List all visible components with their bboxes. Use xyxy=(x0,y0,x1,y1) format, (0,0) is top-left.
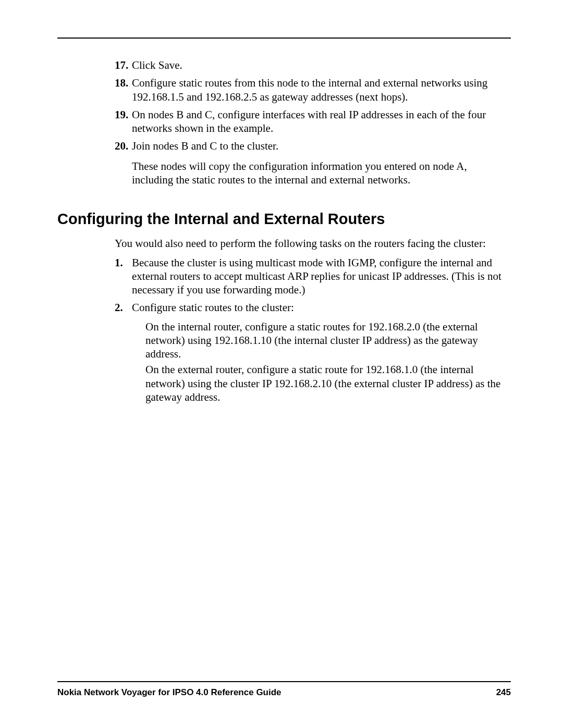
top-rule xyxy=(57,38,511,39)
footer-page-number: 245 xyxy=(496,687,511,698)
footer-row: Nokia Network Voyager for IPSO 4.0 Refer… xyxy=(57,687,511,698)
list-item: 1. Because the cluster is using multicas… xyxy=(115,256,511,297)
section-intro: You would also need to perform the follo… xyxy=(115,237,511,250)
task-number: 2. xyxy=(115,301,123,314)
step-number: 18. xyxy=(115,76,128,90)
step-note: These nodes will copy the configuration … xyxy=(132,159,511,187)
list-item: 19. On nodes B and C, configure interfac… xyxy=(115,108,511,135)
step-text: Configure static routes from this node t… xyxy=(132,76,511,104)
footer-title: Nokia Network Voyager for IPSO 4.0 Refer… xyxy=(57,687,282,698)
section-heading: Configuring the Internal and External Ro… xyxy=(57,209,511,228)
step-number: 19. xyxy=(115,108,128,121)
list-item: 18. Configure static routes from this no… xyxy=(115,76,511,104)
footer-rule xyxy=(57,681,511,682)
task-subitems: On the internal router, configure a stat… xyxy=(145,320,511,404)
task-text: Because the cluster is using multicast m… xyxy=(132,256,511,297)
step-text: Join nodes B and C to the cluster. xyxy=(132,139,511,153)
document-page: 17. Click Save. 18. Configure static rou… xyxy=(0,0,563,728)
list-item: 20. Join nodes B and C to the cluster. T… xyxy=(115,139,511,187)
sub-paragraph: On the external router, configure a stat… xyxy=(145,363,511,404)
list-item: 17. Click Save. xyxy=(115,58,511,72)
steps-list: 17. Click Save. 18. Configure static rou… xyxy=(115,58,511,187)
step-number: 17. xyxy=(115,58,128,72)
page-content: 17. Click Save. 18. Configure static rou… xyxy=(57,58,511,404)
step-text: On nodes B and C, configure interfaces w… xyxy=(132,108,511,135)
task-text: Configure static routes to the cluster: xyxy=(132,301,511,314)
tasks-list: 1. Because the cluster is using multicas… xyxy=(115,256,511,404)
task-number: 1. xyxy=(115,256,123,269)
step-number: 20. xyxy=(115,139,128,153)
page-footer: Nokia Network Voyager for IPSO 4.0 Refer… xyxy=(57,681,511,698)
list-item: 2. Configure static routes to the cluste… xyxy=(115,301,511,404)
step-text: Click Save. xyxy=(132,58,511,72)
sub-paragraph: On the internal router, configure a stat… xyxy=(145,320,511,361)
